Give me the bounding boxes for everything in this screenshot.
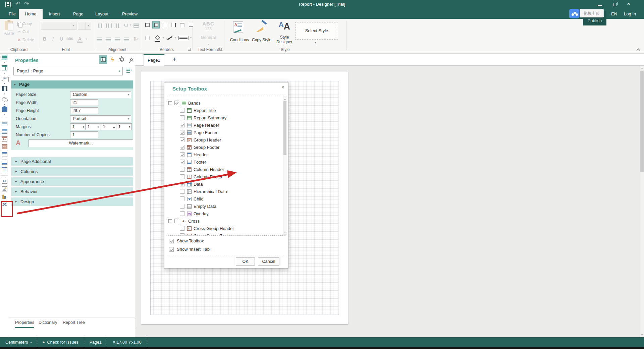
copy-style-label[interactable]: Copy Style [251,38,272,42]
tool-group-header-band[interactable] [0,135,9,143]
tree-item-column-header[interactable]: Column Header [165,166,283,173]
align-top-icon[interactable] [98,23,103,28]
scroll-down-icon[interactable]: ▾ [640,333,644,336]
border-outside-button-selected[interactable] [152,21,160,28]
section-behavior[interactable]: ▸Behavior [11,187,133,196]
dialog-scrollbar[interactable]: ▴ ▾ [283,97,287,235]
tab-insert[interactable]: Insert [43,9,66,19]
section-page-additional[interactable]: ▸Page Additional [11,157,133,166]
units-button[interactable]: Centimeters ▴ [0,337,37,347]
cancel-button[interactable]: Cancel [258,257,279,266]
statusbar-page-indicator[interactable]: Page1 [84,337,107,347]
tree-item-column-footer[interactable]: Column Footer [165,173,283,180]
tree-item-report-title[interactable]: Report Title [165,107,283,114]
tool-data-band[interactable] [0,166,9,174]
pen-dropdown-icon[interactable]: ▾ [174,36,177,39]
bold-button[interactable]: B [41,36,48,42]
fill-dropdown-icon[interactable]: ▾ [162,36,165,39]
italic-button[interactable]: I [49,36,57,42]
align-left-icon[interactable] [97,38,102,42]
align-middle-icon[interactable] [106,23,112,28]
section-columns[interactable]: ▸Columns [11,167,133,176]
border-style-select[interactable] [178,36,189,40]
canvas-vertical-scrollbar[interactable]: ▴ ▾ [640,66,644,337]
tool-group-footer-band[interactable] [0,143,9,151]
watermark-button[interactable]: Watermark... [29,139,133,147]
margin-spinner-icon[interactable]: ◂ [82,124,84,130]
show-toolbox-checkbox-row[interactable]: Show Toolbox [169,238,204,243]
tool-text-component[interactable] [0,177,9,185]
checkbox[interactable] [180,196,184,201]
font-color-button[interactable]: A [77,36,83,43]
login-button[interactable]: Log In [624,9,636,19]
style-designer-label-1[interactable]: Style [274,35,295,40]
font-name-select[interactable]: ▾ [41,22,76,30]
checkbox[interactable] [180,130,184,135]
tree-item-cross[interactable]: −Cross [165,217,283,225]
delete-button[interactable]: ✕Delete [17,38,34,42]
copy-style-icon[interactable] [256,21,267,33]
tool-image-component[interactable] [0,185,9,193]
tree-item-overlay[interactable]: Overlay [165,210,283,217]
settings-button[interactable] [118,55,126,64]
page-height-input[interactable] [70,107,98,114]
cut-button[interactable]: ✂Cut [17,30,29,34]
tool-chart-component[interactable] [0,193,9,200]
expander-icon[interactable]: − [168,219,172,223]
tree-item-cross-group-header[interactable]: Cross-Group Header [165,225,283,232]
fill-color-icon[interactable] [155,35,160,41]
properties-view-button[interactable] [99,55,107,64]
page-width-input[interactable] [70,99,98,106]
align-justify-icon[interactable] [124,38,129,42]
tool-report-title-band[interactable] [0,120,9,127]
scroll-up-icon[interactable]: ▴ [283,98,287,101]
tree-item-report-summary[interactable]: Report Summary [165,114,283,121]
align-right-icon[interactable] [115,38,120,42]
tree-item-data[interactable]: Data [165,180,283,188]
margin-spinner-icon[interactable]: ▸ [98,124,99,130]
events-button[interactable]: ϟ [108,55,117,64]
scroll-up-icon[interactable]: ▴ [640,67,644,70]
panel-tab-properties[interactable]: Properties [15,317,34,328]
checkbox[interactable] [180,152,184,157]
checkbox[interactable] [180,204,184,209]
checkbox[interactable] [169,247,174,252]
checkbox[interactable] [180,226,184,231]
number-of-copies-input[interactable] [70,131,98,138]
text-format-button[interactable]: ABC 123 General ▾ [193,21,224,46]
checkbox[interactable] [180,211,184,216]
tab-layout[interactable]: Layout [89,9,114,19]
tab-home[interactable]: Home [19,9,43,19]
margin-cell-1[interactable]: 1▸ [86,123,101,130]
border-style-dropdown-icon[interactable]: ▾ [189,36,193,39]
paper-size-select[interactable]: Custom▾ [70,91,131,98]
rotate-dropdown-icon[interactable]: ▾ [129,23,132,26]
dialog-close-icon[interactable]: × [281,84,284,91]
checkbox[interactable] [180,160,184,164]
collapse-ribbon-icon[interactable] [637,48,640,51]
orientation-select[interactable]: Portrait▾ [70,115,131,122]
tree-item-empty-data[interactable]: Empty Data [165,202,283,210]
checkbox[interactable] [174,219,179,223]
tool-components-menu[interactable]: ▸ [0,74,9,85]
paste-button[interactable]: Paste [2,21,15,36]
conditions-label[interactable]: Conditions [227,38,252,42]
pin-button[interactable] [127,55,136,64]
conditions-icon[interactable]: A [233,21,243,33]
checkbox[interactable] [180,137,184,142]
checkbox[interactable] [169,239,174,243]
tool-bands-menu[interactable]: ▸ [0,54,9,64]
text-rotate-icon[interactable] [124,23,128,27]
tab-page[interactable]: Page [67,9,89,19]
checkbox[interactable] [180,189,184,194]
object-selector-dropdown[interactable]: Page1 : Page ▾ [13,67,123,75]
margin-cell-0[interactable]: 1◂ [70,123,86,130]
scrollbar-thumb[interactable] [640,71,644,172]
checkbox[interactable] [180,108,184,113]
tool-barcode-menu[interactable]: ▸ [0,85,9,95]
tree-item-page-footer[interactable]: Page Footer [165,129,283,136]
language-button[interactable]: EN [611,9,617,19]
tree-item-header[interactable]: Header [165,151,283,158]
scrollbar-thumb[interactable] [283,101,286,155]
style-designer-label-2[interactable]: Designer [274,40,295,44]
